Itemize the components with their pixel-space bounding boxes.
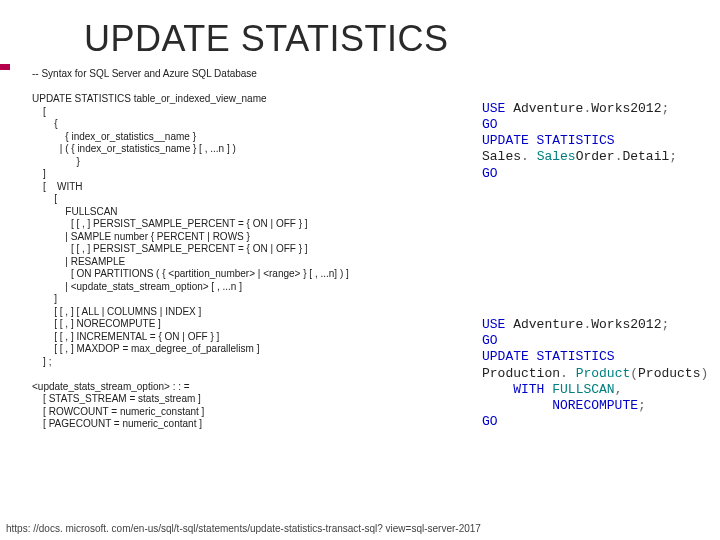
footer-url: https: //docs. microsoft. com/en-us/sql/…	[6, 523, 481, 534]
spacer	[482, 214, 712, 284]
kw-use: USE	[482, 101, 505, 116]
accent-bar	[0, 64, 10, 70]
content-row: -- Syntax for SQL Server and Azure SQL D…	[0, 68, 720, 463]
slide: UPDATE STATISTICS -- Syntax for SQL Serv…	[0, 0, 720, 540]
examples-col: USE Adventure.Works2012; GO UPDATE STATI…	[482, 68, 712, 463]
example-2: USE Adventure.Works2012; GO UPDATE STATI…	[482, 317, 712, 431]
syntax-block: -- Syntax for SQL Server and Azure SQL D…	[32, 68, 482, 463]
kw-update-stats: UPDATE STATISTICS	[482, 133, 615, 148]
kw-go: GO	[482, 117, 498, 132]
page-title: UPDATE STATISTICS	[0, 0, 720, 68]
example-1: USE Adventure.Works2012; GO UPDATE STATI…	[482, 101, 712, 182]
